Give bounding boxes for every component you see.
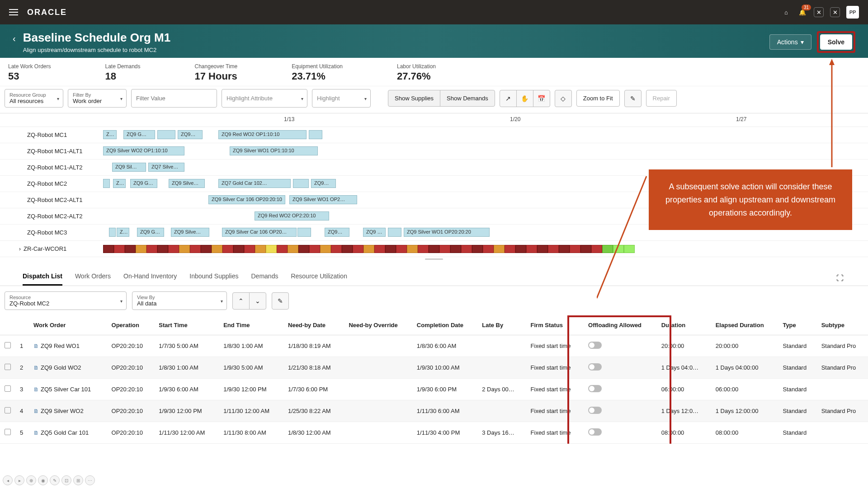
cell-work-order[interactable]: 🗎ZQ9 Gold WO2 [29,357,107,379]
eraser-icon[interactable]: ◇ [555,90,572,107]
bi-1[interactable]: ◂ [3,475,13,485]
gantt-bar[interactable]: ZQ9… [311,179,336,188]
bi-6[interactable]: ⊡ [61,475,71,485]
tab-on-hand-inventory[interactable]: On-Hand Inventory [123,272,177,286]
filter-by-select[interactable]: Filter By Work order ▾ [68,89,127,108]
drag-handle[interactable] [0,257,868,261]
user-icon-1[interactable]: ✕ [814,7,824,17]
solve-button[interactable]: Solve [820,34,852,50]
gantt-bar[interactable]: ZQ9 Silver WO1 OP2… [289,195,357,204]
tool-icon-1[interactable]: ↗ [500,90,517,107]
row-checkbox[interactable] [5,407,11,413]
row-checkbox[interactable] [5,364,11,370]
bell-icon[interactable]: 🔔31 [797,7,807,17]
calendar-icon[interactable]: 📅 [533,90,550,107]
cell-work-order[interactable]: 🗎ZQ5 Silver Car 101 [29,379,107,400]
tab-dispatch-list[interactable]: Dispatch List [23,272,62,286]
move-down-button[interactable]: ⌄ [249,292,266,310]
offloading-toggle[interactable] [588,428,602,436]
gantt-bar[interactable] [157,130,175,139]
tab-work-orders[interactable]: Work Orders [75,272,111,286]
gantt-row-label: ZQ-Robot MC2 [0,180,67,187]
table-row[interactable]: 3🗎ZQ5 Silver Car 101OP20:20:101/9/30 6:0… [0,379,868,400]
bi-4[interactable]: ◉ [38,475,48,485]
gantt-bar[interactable]: Z… [103,130,117,139]
gantt-bar[interactable]: ZQ9 Silver Car 106 OP20… [222,228,297,237]
view-by-select[interactable]: View By All data ▾ [132,291,227,310]
gantt-bar[interactable]: ZQ9 G… [123,130,155,139]
gantt-bar[interactable]: Z… [113,179,126,188]
cell-work-order[interactable]: 🗎ZQ9 Silver WO2 [29,400,107,422]
metric-label: Labor Utilization [397,63,436,70]
gantt-bar[interactable]: ZQ9 Silve… [171,228,209,237]
resource-select[interactable]: Resource ZQ-Robot MC2 ▾ [5,291,127,310]
offloading-toggle[interactable] [588,342,602,349]
highlight-select[interactable]: Highlight ▾ [312,89,371,108]
row-checkbox[interactable] [5,342,11,348]
show-supplies-button[interactable]: Show Supplies [388,90,440,107]
highlight-attr-select[interactable]: Highlight Attribute ▾ [222,89,307,108]
gantt-bar[interactable]: ZQ7 Silve… [148,163,184,172]
back-icon[interactable]: ‹ [13,31,16,44]
gantt-bar[interactable] [297,228,311,237]
edit-table-button[interactable]: ✎ [272,292,289,310]
offloading-toggle[interactable] [588,407,602,414]
gantt-bar[interactable]: Z… [117,228,129,237]
gantt-bar[interactable] [103,179,110,188]
cell-work-order[interactable]: 🗎ZQ9 Red WO1 [29,335,107,357]
resource-group-select[interactable]: Resource Group All resources ▾ [5,89,63,108]
bi-2[interactable]: ▸ [14,475,24,485]
actions-button[interactable]: Actions▾ [769,34,811,50]
gantt-bar[interactable] [293,179,309,188]
tab-resource-utilization[interactable]: Resource Utilization [291,272,347,286]
show-demands-button[interactable]: Show Demands [440,90,495,107]
gantt-bar[interactable]: ZQ9 Red WO2 OP1:10:10 [218,130,307,139]
repair-button[interactable]: Repair [646,90,677,107]
offloading-toggle[interactable] [588,363,602,371]
gantt-bar[interactable]: ZQ9 G… [130,179,157,188]
tab-demands[interactable]: Demands [251,272,278,286]
row-checkbox[interactable] [5,429,11,435]
gantt-bar[interactable]: ZQ9 Silver WO1 OP20:20:20 [404,228,490,237]
cell-work-order[interactable]: 🗎ZQ5 Gold Car 101 [29,422,107,444]
gantt-bar[interactable] [309,130,322,139]
filter-value-input[interactable] [131,89,217,108]
gantt-bar[interactable]: ZQ9 Red WO2 OP2:20:10 [255,211,329,221]
avatar[interactable]: PP [846,6,859,19]
tool-icon-2[interactable]: ✋ [516,90,533,107]
table-row[interactable]: 5🗎ZQ5 Gold Car 101OP20:20:101/11/30 12:0… [0,422,868,444]
gantt-bar[interactable]: ZQ9… [178,130,203,139]
bi-5[interactable]: ✎ [50,475,60,485]
table-row[interactable]: 1🗎ZQ9 Red WO1OP20:20:101/7/30 5:00 AM1/8… [0,335,868,357]
fullscreen-icon[interactable]: ⛶ [835,272,845,286]
home-icon[interactable]: ⌂ [781,7,791,17]
zoom-fit-button[interactable]: Zoom to Fit [576,90,620,107]
gantt-bar[interactable]: ZQ9 … [363,228,386,237]
offloading-toggle[interactable] [588,385,602,392]
move-up-button[interactable]: ⌃ [232,292,250,310]
gantt-bar[interactable]: ZQ9 G… [137,228,164,237]
gantt-expand-row[interactable]: ›ZR-Car-WCOR1 [0,245,66,252]
table-row[interactable]: 4🗎ZQ9 Silver WO2OP20:20:101/9/30 12:00 P… [0,400,868,422]
gantt-bar[interactable]: ZQ9 Silve… [169,179,205,188]
row-checkbox[interactable] [5,385,11,392]
gantt-bar[interactable]: ZQ9… [325,228,349,237]
gantt-bar[interactable]: ZQ9 Silver Car 106 OP20:20:10 [208,195,285,204]
bi-7[interactable]: ⊞ [73,475,83,485]
user-icon-2[interactable]: ✕ [830,7,840,17]
gantt-bar[interactable] [109,228,116,237]
bi-8[interactable]: ⋯ [85,475,95,485]
menu-icon[interactable] [9,9,18,15]
gantt-bar[interactable]: ZQ9 Sil… [112,163,146,172]
document-icon: 🗎 [33,408,39,414]
gantt-bar[interactable]: ZQ9 Silver WO2 OP1:10:10 [103,146,184,155]
edit-icon[interactable]: ✎ [624,90,642,107]
table-row[interactable]: 2🗎ZQ9 Gold WO2OP20:20:101/8/30 1:00 AM1/… [0,357,868,379]
bi-3[interactable]: ⊕ [26,475,36,485]
timeline-header: 1/131/201/27 [103,113,868,127]
gantt-bar[interactable]: ZQ9 Silver WO1 OP1:10:10 [230,146,318,155]
tab-inbound-supplies[interactable]: Inbound Supplies [189,272,238,286]
cell-elapsed: 1 Days 12:00:00 [711,400,778,422]
gantt-bar[interactable] [388,228,401,237]
gantt-bar[interactable]: ZQ7 Gold Car 102… [218,179,291,188]
